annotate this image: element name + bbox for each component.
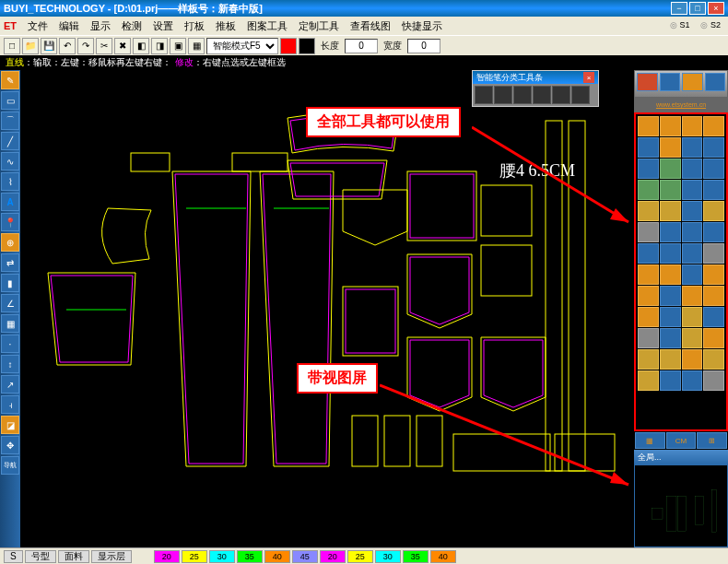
rpt-23[interactable]: [682, 222, 703, 242]
sb-sz-5[interactable]: 45: [292, 550, 318, 563]
menu-image-tool[interactable]: 图案工具: [241, 19, 293, 33]
menu-view[interactable]: 显示: [85, 19, 116, 33]
rpt-39[interactable]: [682, 307, 703, 327]
rp-mid-1[interactable]: ▦: [635, 432, 665, 449]
tool-shape2-icon[interactable]: ◨: [151, 38, 168, 54]
width-input[interactable]: [407, 39, 440, 53]
lt-mark-icon[interactable]: ⊕: [1, 233, 19, 252]
rpt-3[interactable]: [682, 116, 703, 136]
ft-btn-1[interactable]: [475, 86, 493, 104]
sb-sz-4[interactable]: 40: [264, 550, 290, 563]
rpt-14[interactable]: [660, 180, 681, 200]
preview-minimap[interactable]: [634, 464, 728, 547]
tool-shape3-icon[interactable]: ▣: [170, 38, 186, 54]
rpt-51[interactable]: [682, 370, 703, 391]
pattern-canvas[interactable]: 智能笔分类工具条 × 腰4 6.5CM: [20, 70, 634, 547]
tool-save-icon[interactable]: 💾: [41, 38, 57, 54]
lt-divide-icon[interactable]: ⫞: [1, 395, 19, 414]
rpt-15[interactable]: [682, 180, 703, 200]
rpt-5[interactable]: [638, 137, 659, 158]
lt-grid-icon[interactable]: ▦: [1, 314, 19, 333]
floating-close-icon[interactable]: ×: [583, 72, 594, 83]
menu-edit[interactable]: 编辑: [53, 19, 85, 33]
lt-arrow-icon[interactable]: ↗: [1, 375, 19, 394]
rpt-6[interactable]: [660, 137, 681, 158]
rpt-38[interactable]: [660, 307, 681, 327]
ft-btn-3[interactable]: [513, 86, 532, 104]
sb-sz-1[interactable]: 25: [182, 550, 207, 563]
tool-new-icon[interactable]: □: [4, 38, 20, 54]
lt-pin-icon[interactable]: 📍: [1, 213, 19, 231]
rp-top-1[interactable]: [637, 73, 658, 91]
menu-file[interactable]: 文件: [22, 19, 53, 33]
sb-sz-2[interactable]: 30: [209, 550, 235, 563]
rp-mid-cm[interactable]: CM: [666, 432, 697, 449]
rpt-2[interactable]: [660, 116, 681, 136]
sb-s[interactable]: S: [4, 550, 23, 563]
rpt-8[interactable]: [703, 137, 724, 158]
rpt-20[interactable]: [703, 201, 724, 221]
sb-fabric-tab[interactable]: 面料: [58, 550, 89, 563]
rpt-31[interactable]: [682, 264, 703, 285]
rpt-33[interactable]: [638, 286, 659, 306]
rpt-32[interactable]: [703, 264, 724, 285]
rpt-11[interactable]: [682, 159, 703, 179]
rpt-42[interactable]: [660, 328, 681, 348]
length-input[interactable]: [345, 39, 378, 53]
rpt-4[interactable]: [703, 116, 724, 136]
rpt-29[interactable]: [638, 264, 659, 285]
rpt-12[interactable]: [703, 159, 724, 179]
preview-title[interactable]: 全局...: [634, 450, 728, 464]
rpt-7[interactable]: [682, 137, 703, 158]
floating-toolbar-title[interactable]: 智能笔分类工具条 ×: [473, 71, 598, 84]
close-button[interactable]: ×: [708, 2, 724, 15]
sb-layer-tab[interactable]: 显示层: [91, 550, 132, 563]
sb-sz-10[interactable]: 40: [430, 550, 456, 563]
sb-sz-9[interactable]: 35: [403, 550, 429, 563]
lt-point-icon[interactable]: ·: [1, 335, 19, 353]
sb-sz-7[interactable]: 25: [347, 550, 373, 563]
sb-sz-3[interactable]: 35: [237, 550, 263, 563]
rpt-52[interactable]: [703, 370, 724, 391]
lt-rect-icon[interactable]: ▭: [1, 91, 19, 110]
menu-grade[interactable]: 推板: [210, 19, 241, 33]
tool-undo-icon[interactable]: ↶: [59, 38, 76, 54]
rpt-46[interactable]: [660, 349, 681, 370]
rpt-49[interactable]: [638, 370, 659, 391]
rpt-9[interactable]: [638, 159, 659, 179]
rpt-40[interactable]: [703, 307, 724, 327]
rpt-21[interactable]: [638, 222, 659, 242]
maximize-button[interactable]: □: [689, 2, 706, 15]
rpt-24[interactable]: [703, 222, 724, 242]
rp-top-3[interactable]: [682, 73, 703, 91]
rpt-47[interactable]: [682, 349, 703, 370]
menu-settings[interactable]: 设置: [147, 19, 179, 33]
rpt-19[interactable]: [682, 201, 703, 221]
lt-pen-icon[interactable]: ✎: [1, 71, 19, 89]
lt-piece-icon[interactable]: ◪: [1, 416, 19, 434]
rpt-37[interactable]: [638, 307, 659, 327]
sb-size-tab[interactable]: 号型: [25, 550, 56, 563]
rpt-34[interactable]: [660, 286, 681, 306]
rpt-30[interactable]: [660, 264, 681, 285]
lt-text-icon[interactable]: A: [1, 193, 19, 211]
rpt-41[interactable]: [638, 328, 659, 348]
lt-curve-icon[interactable]: ∿: [1, 152, 19, 170]
lt-angle-icon[interactable]: ∠: [1, 294, 19, 312]
rpt-43[interactable]: [682, 328, 703, 348]
tool-shape1-icon[interactable]: ◧: [133, 38, 149, 54]
ft-btn-2[interactable]: [494, 86, 512, 104]
rp-top-2[interactable]: [660, 73, 681, 91]
rpt-22[interactable]: [660, 222, 681, 242]
lt-flip-icon[interactable]: ⇄: [1, 253, 19, 272]
rpt-36[interactable]: [703, 286, 724, 306]
tool-redo-icon[interactable]: ↷: [77, 38, 94, 54]
minimize-button[interactable]: −: [671, 2, 687, 15]
rpt-17[interactable]: [638, 201, 659, 221]
rpt-10[interactable]: [660, 159, 681, 179]
ft-btn-5[interactable]: [552, 86, 570, 104]
lt-move-icon[interactable]: ✥: [1, 436, 19, 454]
rpt-35[interactable]: [682, 286, 703, 306]
lt-wave-icon[interactable]: ⌇: [1, 172, 19, 191]
ft-btn-4[interactable]: [533, 86, 551, 104]
